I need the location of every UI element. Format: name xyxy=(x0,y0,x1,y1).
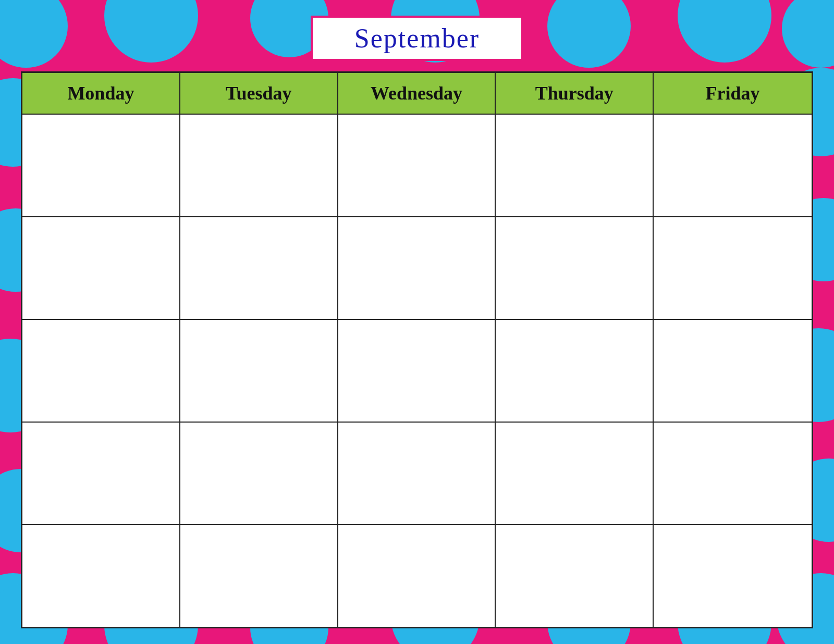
header-monday: Monday xyxy=(22,73,180,114)
cell-row4-thu[interactable] xyxy=(496,423,654,524)
cell-row1-wed[interactable] xyxy=(338,115,496,216)
calendar-body xyxy=(22,115,812,627)
calendar-container: Monday Tuesday Wednesday Thursday Friday xyxy=(21,71,813,628)
header-friday: Friday xyxy=(654,73,812,114)
calendar-row-5 xyxy=(22,525,812,627)
cell-row2-tue[interactable] xyxy=(180,217,338,319)
cell-row5-wed[interactable] xyxy=(338,525,496,627)
cell-row2-mon[interactable] xyxy=(22,217,180,319)
calendar-row-1 xyxy=(22,115,812,217)
calendar-row-3 xyxy=(22,320,812,423)
cell-row4-wed[interactable] xyxy=(338,423,496,524)
cell-row2-fri[interactable] xyxy=(654,217,812,319)
cell-row3-mon[interactable] xyxy=(22,320,180,422)
cell-row1-mon[interactable] xyxy=(22,115,180,216)
cell-row3-wed[interactable] xyxy=(338,320,496,422)
cell-row1-fri[interactable] xyxy=(654,115,812,216)
cell-row4-tue[interactable] xyxy=(180,423,338,524)
calendar-row-4 xyxy=(22,423,812,525)
cell-row4-fri[interactable] xyxy=(654,423,812,524)
cell-row5-tue[interactable] xyxy=(180,525,338,627)
cell-row5-mon[interactable] xyxy=(22,525,180,627)
cell-row4-mon[interactable] xyxy=(22,423,180,524)
cell-row1-thu[interactable] xyxy=(496,115,654,216)
header-thursday: Thursday xyxy=(496,73,654,114)
header-tuesday: Tuesday xyxy=(180,73,338,114)
cell-row2-thu[interactable] xyxy=(496,217,654,319)
page-wrapper: September Monday Tuesday Wednesday Thurs… xyxy=(0,0,834,644)
calendar-header: Monday Tuesday Wednesday Thursday Friday xyxy=(22,73,812,115)
cell-row1-tue[interactable] xyxy=(180,115,338,216)
cell-row2-wed[interactable] xyxy=(338,217,496,319)
header-wednesday: Wednesday xyxy=(338,73,496,114)
cell-row3-fri[interactable] xyxy=(654,320,812,422)
title-box: September xyxy=(311,16,523,61)
cell-row3-tue[interactable] xyxy=(180,320,338,422)
calendar-row-2 xyxy=(22,217,812,320)
cell-row5-thu[interactable] xyxy=(496,525,654,627)
month-title: September xyxy=(354,23,480,53)
cell-row5-fri[interactable] xyxy=(654,525,812,627)
cell-row3-thu[interactable] xyxy=(496,320,654,422)
